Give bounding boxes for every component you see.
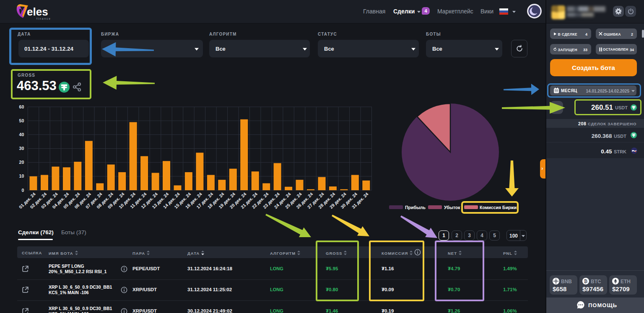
svg-text:0: 0: [21, 188, 24, 193]
svg-text:40: 40: [19, 132, 24, 137]
svg-text:10: 10: [19, 173, 24, 178]
svg-text:50: 50: [19, 118, 24, 123]
svg-text:30: 30: [19, 146, 24, 151]
svg-text:20: 20: [19, 160, 24, 165]
svg-text:₿: ₿: [584, 279, 587, 284]
svg-text:60: 60: [19, 104, 24, 109]
